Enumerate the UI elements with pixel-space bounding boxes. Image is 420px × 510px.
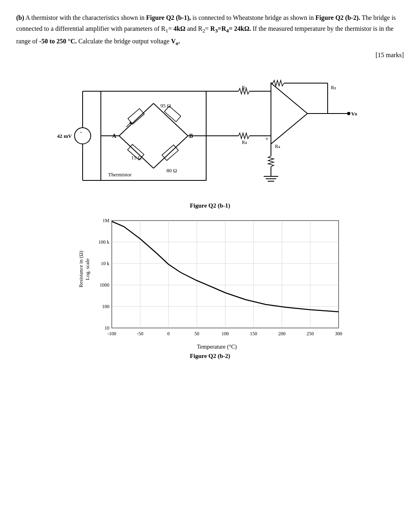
circuit-diagram-area: 95 Ω 15 Ω 80 Ω Thermistor A B + 42 mV <box>16 67 404 201</box>
x-axis-label: Temperature (°C) <box>92 344 343 350</box>
fig1-reference: Figure Q2 (b-1), <box>146 14 191 21</box>
x-tick-150: 150 <box>250 331 257 336</box>
voltage-source-label: 42 mV <box>57 133 72 139</box>
x-tick-300: 300 <box>335 331 342 336</box>
marks-label: [15 marks] <box>16 51 404 59</box>
graph-svg: 1M 100 k 10 k 1000 100 10 -100 -50 0 50 … <box>92 216 343 342</box>
svg-line-4 <box>119 136 154 168</box>
figure2-label: Figure Q2 (b-2) <box>16 353 404 360</box>
y-tick-100k: 100 k <box>98 239 109 245</box>
y-tick-1m: 1M <box>102 218 109 223</box>
x-tick-50: 50 <box>194 331 199 336</box>
svg-point-12 <box>75 128 91 144</box>
x-tick-250: 250 <box>307 331 314 336</box>
part-label: (b) <box>16 14 24 21</box>
x-tick-n100: -100 <box>107 331 116 336</box>
y-tick-10: 10 <box>104 325 109 331</box>
y-tick-1000: 1000 <box>100 282 109 288</box>
circuit-svg: 95 Ω 15 Ω 80 Ω Thermistor A B + 42 mV <box>52 67 368 201</box>
svg-line-1 <box>119 103 154 136</box>
svg-marker-26 <box>271 83 307 144</box>
x-tick-100: 100 <box>222 331 229 336</box>
graph-container: Resistance in (Ω) Log. scale <box>78 216 343 350</box>
x-tick-0: 0 <box>167 331 170 336</box>
graph-wrapper: 1M 100 k 10 k 1000 100 10 -100 -50 0 50 … <box>92 216 343 350</box>
plus-sign: + <box>80 130 82 135</box>
r80-label: 80 Ω <box>166 167 177 174</box>
amp-plus-label: + <box>265 136 269 142</box>
r95-label: 95 Ω <box>160 103 171 109</box>
graph-area: Resistance in (Ω) Log. scale <box>16 216 404 350</box>
vo-circuit-label: V₀ <box>351 111 357 117</box>
r4-circuit-label: R₄ <box>275 144 280 149</box>
r15-label: 15 Ω <box>131 154 142 161</box>
y-tick-100: 100 <box>102 304 109 309</box>
fig2-reference: Figure Q2 (b-2). <box>316 14 360 21</box>
r3-circuit-label: R₃ <box>242 139 247 145</box>
svg-point-37 <box>347 112 350 115</box>
figure1-label: Figure Q2 (b-1) <box>16 202 404 209</box>
x-tick-n50: -50 <box>137 331 143 336</box>
amp-minus-label: − <box>265 88 269 94</box>
y-axis-label: Resistance in (Ω) Log. scale <box>78 216 91 322</box>
r2-circuit-label: R₂ <box>331 85 336 90</box>
question-text: (b) A thermistor with the characteristic… <box>16 12 404 48</box>
thermistor-text-label: Thermistor <box>108 171 132 178</box>
svg-marker-7 <box>130 121 132 124</box>
y-tick-10k: 10 k <box>101 261 109 266</box>
svg-line-3 <box>154 136 188 168</box>
text-intro: A thermistor with the characteristics sh… <box>26 14 146 21</box>
x-tick-200: 200 <box>278 331 286 336</box>
